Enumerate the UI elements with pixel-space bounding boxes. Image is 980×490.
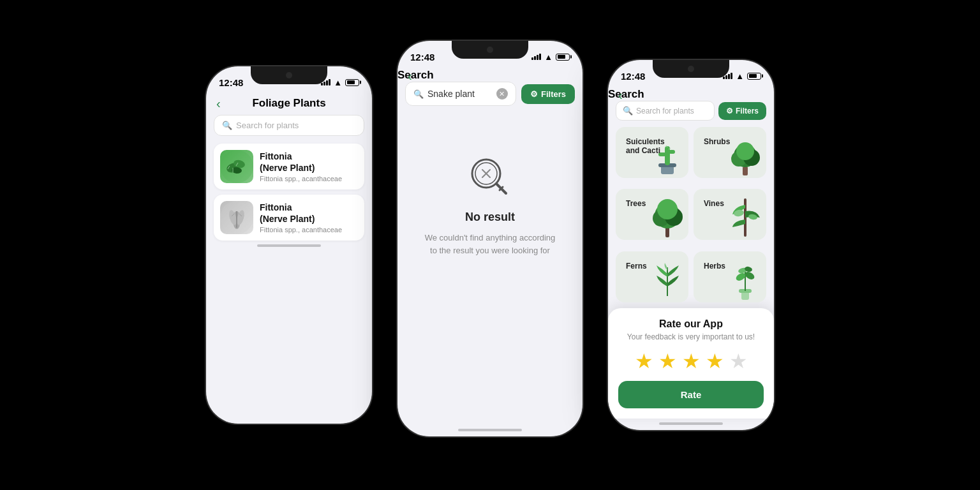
rate-title: Rate our App bbox=[618, 318, 764, 330]
category-label: Ferns bbox=[621, 256, 652, 276]
search-input[interactable]: Search for plants bbox=[236, 121, 299, 130]
search-bar[interactable]: 🔍 Snake plant ✕ bbox=[405, 82, 516, 106]
search-icon: 🔍 bbox=[413, 89, 424, 99]
star-2[interactable]: ★ bbox=[658, 349, 677, 373]
no-result-description: We couldn't find anything accordingto th… bbox=[425, 232, 556, 256]
no-result-title: No result bbox=[465, 211, 515, 224]
search-input[interactable]: Snake plant bbox=[427, 89, 493, 99]
star-rating[interactable]: ★ ★ ★ ★ ★ bbox=[618, 349, 764, 373]
category-image bbox=[725, 258, 766, 302]
plant-scientific: Fittonia spp., acanthaceae bbox=[260, 175, 358, 182]
back-button[interactable]: ‹ bbox=[618, 88, 623, 103]
svg-point-36 bbox=[657, 199, 678, 219]
list-item[interactable]: Fittonia(Nerve Plant) Fittonia spp., aca… bbox=[214, 195, 364, 241]
category-ferns[interactable]: Ferns bbox=[616, 251, 688, 302]
page-title: Foliage Plants bbox=[252, 97, 325, 110]
battery-icon bbox=[345, 79, 359, 86]
star-4[interactable]: ★ bbox=[706, 349, 724, 373]
category-label: Suiculentsand Cacti bbox=[621, 132, 670, 160]
filter-icon: ⚙ bbox=[530, 89, 538, 99]
status-icons: ▲ bbox=[723, 71, 761, 81]
phone-search-noresult: 12:48 ▲ ‹ Search 🔍 bbox=[397, 41, 583, 436]
plant-info: Fittonia(Nerve Plant) Fittonia spp., aca… bbox=[260, 151, 358, 182]
wifi-icon: ▲ bbox=[334, 78, 342, 87]
category-label: Vines bbox=[699, 194, 729, 213]
notch-dot bbox=[286, 72, 292, 78]
category-herbs[interactable]: Herbs bbox=[694, 251, 766, 302]
category-shrubs[interactable]: Shrubs bbox=[694, 127, 766, 178]
phone-foliage-plants: 12:48 ▲ ‹ Foliage Plants 🔍 Sea bbox=[206, 66, 372, 424]
category-image bbox=[647, 195, 688, 240]
category-label: Shrubs bbox=[699, 132, 735, 151]
status-time: 12:48 bbox=[621, 71, 645, 82]
search-icon: 🔍 bbox=[623, 106, 633, 115]
notch-dot bbox=[688, 66, 694, 72]
home-indicator bbox=[458, 429, 522, 431]
rate-sheet: Rate our App Your feedback is very impor… bbox=[608, 308, 774, 419]
category-image bbox=[725, 195, 766, 240]
status-icons: ▲ bbox=[531, 52, 570, 62]
phone-search-categories: 12:48 ▲ ‹ Search 🔍 bbox=[608, 60, 774, 430]
signal-icon bbox=[531, 54, 541, 60]
back-button[interactable]: ‹ bbox=[216, 96, 221, 111]
star-5[interactable]: ★ bbox=[729, 349, 748, 373]
plant-list: Fittonia(Nerve Plant) Fittonia spp., aca… bbox=[206, 144, 372, 241]
wifi-icon: ▲ bbox=[544, 52, 553, 62]
plant-name: Fittonia(Nerve Plant) bbox=[260, 202, 358, 225]
no-result-section: No result We couldn't find anything acco… bbox=[397, 114, 583, 295]
page-title: Search bbox=[397, 69, 434, 81]
svg-point-31 bbox=[736, 142, 754, 160]
no-result-icon bbox=[464, 152, 516, 203]
clear-search-button[interactable]: ✕ bbox=[496, 88, 508, 100]
filters-button[interactable]: ⚙ Filters bbox=[521, 84, 575, 104]
notch bbox=[653, 60, 729, 78]
category-suculents[interactable]: Suiculentsand Cacti bbox=[616, 127, 688, 178]
categories-grid: Suiculentsand Cacti Shrubs bbox=[608, 127, 774, 308]
status-icons: ▲ bbox=[321, 78, 359, 87]
list-item[interactable]: Fittonia(Nerve Plant) Fittonia spp., aca… bbox=[214, 144, 364, 189]
nav-header: ‹ Foliage Plants bbox=[206, 94, 372, 115]
battery-icon bbox=[747, 73, 761, 80]
star-1[interactable]: ★ bbox=[635, 349, 653, 373]
nav-header: ‹ Search bbox=[608, 88, 774, 101]
notch bbox=[452, 41, 528, 59]
page-title: Search bbox=[608, 88, 644, 100]
rate-button[interactable]: Rate bbox=[618, 381, 764, 408]
category-image bbox=[647, 258, 688, 302]
category-label: Herbs bbox=[699, 256, 731, 276]
notch-dot bbox=[487, 47, 493, 53]
category-vines[interactable]: Vines bbox=[694, 189, 766, 240]
rate-description: Your feedback is very important to us! bbox=[618, 332, 764, 341]
category-label: Trees bbox=[621, 194, 651, 213]
wifi-icon: ▲ bbox=[736, 71, 744, 81]
nav-header: ‹ Search bbox=[397, 69, 583, 82]
plant-thumbnail bbox=[220, 150, 253, 183]
notch bbox=[251, 66, 327, 84]
status-time: 12:48 bbox=[410, 52, 434, 63]
filter-icon: ⚙ bbox=[726, 107, 733, 115]
search-icon: 🔍 bbox=[222, 121, 232, 130]
search-bar[interactable]: 🔍 Search for plants bbox=[214, 115, 364, 136]
svg-rect-27 bbox=[743, 167, 748, 175]
category-trees[interactable]: Trees bbox=[616, 189, 688, 240]
search-row: 🔍 Search for plants ⚙ Filters bbox=[616, 101, 766, 121]
plant-thumbnail bbox=[220, 201, 253, 234]
home-indicator bbox=[257, 244, 321, 247]
star-3[interactable]: ★ bbox=[682, 349, 701, 373]
search-input[interactable]: Search for plants bbox=[636, 107, 694, 115]
plant-info: Fittonia(Nerve Plant) Fittonia spp., aca… bbox=[260, 202, 358, 234]
plant-name: Fittonia(Nerve Plant) bbox=[260, 151, 358, 174]
status-time: 12:48 bbox=[219, 77, 243, 88]
filters-button[interactable]: ⚙ Filters bbox=[718, 102, 766, 120]
plant-scientific: Fittonia spp., acanthaceae bbox=[260, 226, 358, 234]
home-indicator bbox=[659, 422, 723, 425]
battery-icon bbox=[556, 54, 570, 61]
search-bar[interactable]: 🔍 Search for plants bbox=[616, 101, 715, 121]
